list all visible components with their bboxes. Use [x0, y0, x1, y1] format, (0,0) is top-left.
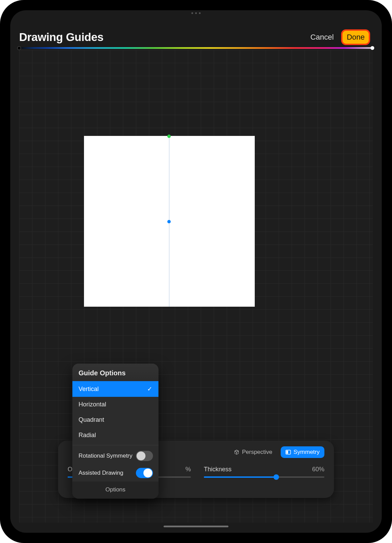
option-radial[interactable]: Radial — [72, 428, 158, 443]
rotational-symmetry-row: Rotational Symmetry — [72, 447, 158, 464]
screen: Drawing Guides Cancel Done Perspective — [10, 10, 382, 533]
assisted-drawing-toggle[interactable] — [136, 468, 153, 478]
check-icon: ✓ — [147, 385, 152, 393]
tab-symmetry-label: Symmetry — [294, 449, 320, 456]
option-vertical-label: Vertical — [79, 386, 99, 393]
option-horizontal-label: Horizontal — [79, 401, 106, 408]
done-button[interactable]: Done — [344, 32, 367, 42]
done-button-highlight: Done — [341, 29, 370, 45]
svg-rect-1 — [286, 451, 288, 454]
popover-title: Guide Options — [72, 364, 158, 381]
tab-symmetry[interactable]: Symmetry — [281, 446, 325, 458]
option-radial-label: Radial — [79, 432, 96, 439]
thickness-knob[interactable] — [274, 474, 279, 480]
cube-icon — [234, 449, 239, 455]
header: Drawing Guides Cancel Done — [10, 25, 382, 49]
tab-perspective[interactable]: Perspective — [229, 446, 277, 458]
option-quadrant[interactable]: Quadrant — [72, 412, 158, 428]
symmetry-icon — [285, 449, 291, 455]
guide-center-handle[interactable] — [167, 220, 171, 223]
thickness-label: Thickness — [204, 466, 232, 473]
home-indicator[interactable] — [164, 526, 228, 527]
thickness-value: 60% — [312, 466, 324, 473]
multitask-dots[interactable] — [192, 12, 201, 14]
tab-perspective-label: Perspective — [242, 449, 272, 456]
rotational-symmetry-label: Rotational Symmetry — [79, 452, 132, 459]
assisted-drawing-label: Assisted Drawing — [79, 470, 123, 476]
rotational-symmetry-toggle[interactable] — [136, 451, 153, 461]
guide-rotation-handle[interactable] — [167, 135, 171, 138]
guide-options-popover: Guide Options Vertical ✓ Horizontal Quad… — [72, 364, 158, 499]
assisted-drawing-row: Assisted Drawing — [72, 464, 158, 482]
opacity-value: % — [185, 466, 191, 473]
page-title: Drawing Guides — [19, 31, 103, 44]
color-spectrum-slider[interactable] — [19, 47, 373, 49]
option-vertical[interactable]: Vertical ✓ — [72, 381, 158, 397]
ipad-frame: Drawing Guides Cancel Done Perspective — [0, 0, 392, 543]
thickness-slider-block: Thickness 60% — [204, 466, 324, 478]
cancel-button[interactable]: Cancel — [310, 33, 334, 42]
thickness-slider[interactable] — [204, 476, 324, 478]
option-quadrant-label: Quadrant — [79, 416, 104, 423]
option-horizontal[interactable]: Horizontal — [72, 397, 158, 412]
opacity-label: O — [68, 466, 72, 473]
divider — [72, 445, 158, 445]
